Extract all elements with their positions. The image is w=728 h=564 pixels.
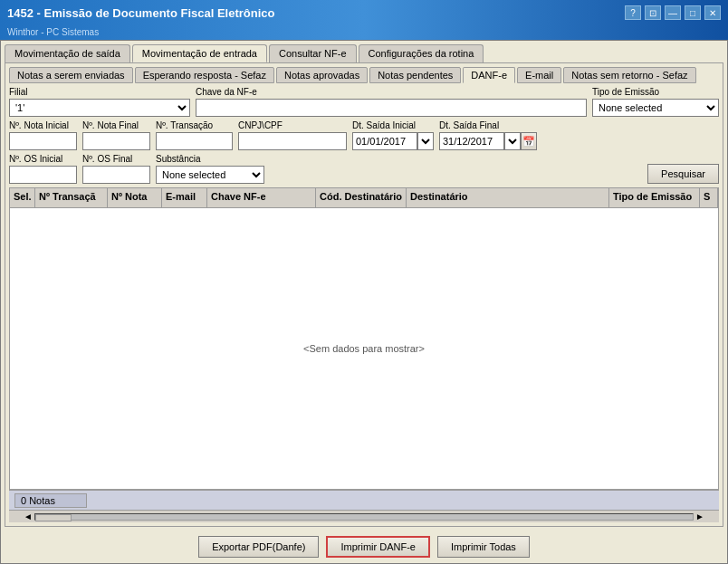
field-nota-final: Nº. Nota Final — [82, 120, 150, 150]
field-pesquisar: Pesquisar — [647, 164, 719, 184]
col-sel: Sel. — [10, 188, 35, 207]
scroll-left-btn[interactable]: ◄ — [22, 511, 34, 521]
tipo-emissao-label: Tipo de Emissão — [592, 87, 719, 97]
subtab-email[interactable]: E-mail — [517, 67, 561, 83]
col-cod-dest: Cód. Destinatário — [316, 188, 407, 207]
cnpj-label: CNPJ\CPF — [238, 120, 347, 130]
subtab-pendentes[interactable]: Notas pendentes — [369, 67, 461, 83]
os-inicial-label: Nº. OS Inicial — [9, 154, 77, 164]
dt-saida-final-input[interactable] — [439, 132, 504, 150]
subtab-semretorno[interactable]: Notas sem retorno - Sefaz — [563, 67, 695, 83]
field-tipo-emissao: Tipo de Emissão None selected — [592, 87, 719, 117]
transacao-label: Nº. Transação — [156, 120, 233, 130]
field-os-final: Nº. OS Final — [82, 154, 150, 184]
field-chave-nfe: Chave da NF-e — [196, 87, 587, 117]
calendar-icon[interactable]: 📅 — [521, 132, 537, 150]
field-substancia: Substância None selected — [156, 154, 264, 184]
data-table: Sel. Nº Transaçã Nº Nota E-mail Chave NF… — [9, 187, 719, 490]
window-controls: ? ⊡ — □ ✕ — [625, 5, 721, 20]
imprimir-todas-button[interactable]: Imprimir Todas — [437, 536, 530, 558]
col-destinatario: Destinatário — [407, 188, 609, 207]
subtab-enviar[interactable]: Notas a serem enviadas — [9, 67, 133, 83]
nota-inicial-input[interactable] — [9, 132, 77, 150]
form-row-1: Filial '1' Chave da NF-e Tipo de Emissão… — [9, 87, 719, 117]
nota-final-label: Nº. Nota Final — [82, 120, 150, 130]
subtab-esperando[interactable]: Esperando resposta - Sefaz — [135, 67, 274, 83]
nota-inicial-label: Nº. Nota Inicial — [9, 120, 77, 130]
form-row-3: Nº. OS Inicial Nº. OS Final Substância N… — [9, 154, 719, 184]
dt-saida-final-label: Dt. Saída Final — [439, 120, 537, 130]
field-filial: Filial '1' — [9, 87, 190, 117]
os-inicial-input[interactable] — [9, 166, 77, 184]
dt-saida-inicial-label: Dt. Saída Inicial — [352, 120, 434, 130]
subtitle-text: Winthor - PC Sistemas — [7, 27, 99, 37]
close-button[interactable]: ✕ — [704, 5, 721, 20]
scroll-area[interactable]: ◄ ► — [9, 510, 719, 522]
imprimir-danfe-button[interactable]: Imprimir DANF-e — [326, 536, 430, 558]
status-bar: 0 Notas — [9, 490, 719, 510]
tab-consultar[interactable]: Consultar NF-e — [269, 44, 357, 62]
nota-final-input[interactable] — [82, 132, 150, 150]
restore-button[interactable]: ⊡ — [645, 5, 661, 20]
tab-entrada[interactable]: Movimentação de entrada — [132, 44, 267, 62]
subtab-aprovadas[interactable]: Notas aprovadas — [276, 67, 368, 83]
chave-nfe-label: Chave da NF-e — [196, 87, 587, 97]
exportar-pdf-button[interactable]: Exportar PDF(Danfe) — [198, 536, 319, 558]
table-body: <Sem dados para mostrar> — [10, 208, 718, 489]
pesquisar-button[interactable]: Pesquisar — [647, 164, 719, 184]
col-transacao: Nº Transaçã — [35, 188, 108, 207]
filial-select[interactable]: '1' — [9, 99, 190, 117]
os-final-input[interactable] — [82, 166, 150, 184]
field-cnpj: CNPJ\CPF — [238, 120, 347, 150]
tipo-emissao-select[interactable]: None selected — [592, 99, 719, 117]
main-window: Movimentação de saída Movimentação de en… — [0, 40, 728, 564]
filial-label: Filial — [9, 87, 190, 97]
chave-nfe-input[interactable] — [196, 99, 587, 117]
maximize-button[interactable]: □ — [685, 5, 701, 20]
tab-saida[interactable]: Movimentação de saída — [5, 44, 130, 62]
form-row-2: Nº. Nota Inicial Nº. Nota Final Nº. Tran… — [9, 120, 719, 150]
title-bar: 1452 - Emissão de Documento Fiscal Eletr… — [0, 0, 728, 25]
field-dt-saida-inicial: Dt. Saída Inicial ▼ — [352, 120, 434, 150]
bottom-buttons: Exportar PDF(Danfe) Imprimir DANF-e Impr… — [1, 531, 727, 563]
substancia-select[interactable]: None selected — [156, 166, 264, 184]
scroll-right-btn[interactable]: ► — [694, 511, 706, 521]
dt-saida-final-wrapper: ▼ 📅 — [439, 132, 537, 150]
dt-saida-inicial-dropdown[interactable]: ▼ — [417, 132, 434, 150]
field-os-inicial: Nº. OS Inicial — [9, 154, 77, 184]
substancia-label: Substância — [156, 154, 264, 164]
dt-saida-inicial-input[interactable] — [352, 132, 417, 150]
field-dt-saida-final: Dt. Saída Final ▼ 📅 — [439, 120, 537, 150]
table-header: Sel. Nº Transaçã Nº Nota E-mail Chave NF… — [10, 188, 718, 208]
tab-config[interactable]: Configurações da rotina — [359, 44, 484, 62]
dt-saida-final-dropdown[interactable]: ▼ — [504, 132, 521, 150]
sub-tabs: Notas a serem enviadas Esperando respost… — [9, 67, 719, 83]
col-nota: Nº Nota — [108, 188, 162, 207]
subtitle-bar: Winthor - PC Sistemas — [0, 25, 728, 40]
minimize-button[interactable]: — — [665, 5, 681, 20]
col-chave: Chave NF-e — [207, 188, 316, 207]
main-tabs: Movimentação de saída Movimentação de en… — [1, 41, 727, 62]
scroll-track[interactable] — [34, 513, 694, 521]
status-notas: 0 Notas — [14, 493, 87, 508]
help-button[interactable]: ? — [625, 5, 641, 20]
transacao-input[interactable] — [156, 132, 233, 150]
field-transacao: Nº. Transação — [156, 120, 233, 150]
col-tipo-emissao: Tipo de Emissão — [609, 188, 700, 207]
subtab-danfe[interactable]: DANF-e — [463, 67, 515, 83]
scroll-thumb[interactable] — [35, 514, 72, 521]
dt-saida-inicial-wrapper: ▼ — [352, 132, 434, 150]
content-area: Notas a serem enviadas Esperando respost… — [5, 62, 723, 527]
col-s: S — [700, 188, 718, 207]
app-title: 1452 - Emissão de Documento Fiscal Eletr… — [7, 6, 274, 20]
field-nota-inicial: Nº. Nota Inicial — [9, 120, 77, 150]
empty-message: <Sem dados para mostrar> — [303, 343, 425, 354]
col-email: E-mail — [162, 188, 207, 207]
cnpj-input[interactable] — [238, 132, 347, 150]
os-final-label: Nº. OS Final — [82, 154, 150, 164]
